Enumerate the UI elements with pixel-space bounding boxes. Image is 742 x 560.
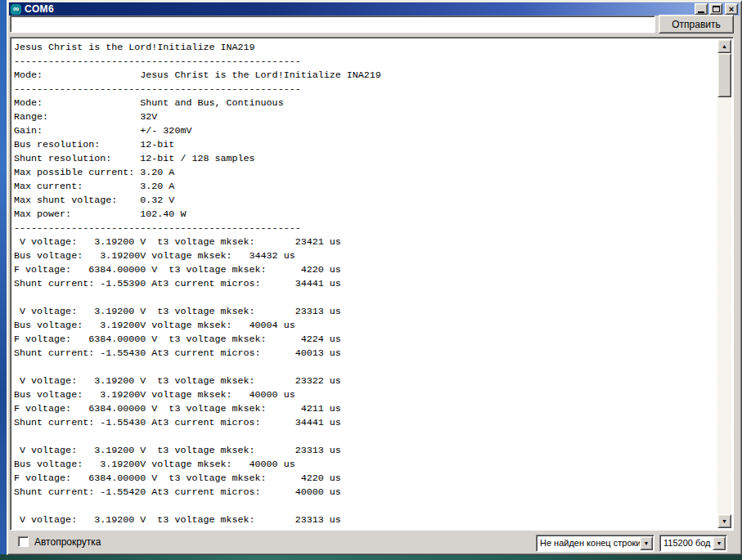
serial-monitor-window: ∞ COM6 × Отправить Jesus Christ is the L… <box>7 0 742 555</box>
serial-output-frame: Jesus Christ is the Lord!Initialize INA2… <box>10 37 734 531</box>
autoscroll-checkbox[interactable] <box>18 536 29 547</box>
line-ending-dropdown[interactable]: Не найден конец строки ▼ <box>536 535 654 552</box>
serial-send-input[interactable] <box>10 16 655 33</box>
line-ending-value: Не найден конец строки <box>540 538 641 548</box>
scroll-up-icon: ▲ <box>722 43 727 49</box>
chevron-down-icon: ▼ <box>717 540 722 546</box>
send-button[interactable]: Отправить <box>659 15 734 34</box>
scrollbar-thumb[interactable] <box>717 53 731 97</box>
serial-output-viewport[interactable]: Jesus Christ is the Lord!Initialize INA2… <box>12 39 717 528</box>
autoscroll-label: Автопрокрутка <box>34 536 101 548</box>
minimize-button[interactable] <box>695 3 708 15</box>
chevron-down-icon: ▼ <box>644 540 650 546</box>
line-ending-dropdown-button[interactable]: ▼ <box>640 536 653 550</box>
send-button-label: Отправить <box>672 19 721 30</box>
scroll-down-icon: ▼ <box>722 518 727 524</box>
desktop-background-bottom <box>0 554 742 560</box>
close-button[interactable]: × <box>725 3 738 15</box>
window-title: COM6 <box>25 3 693 15</box>
arduino-app-icon[interactable]: ∞ <box>11 4 21 15</box>
status-bar: Автопрокрутка Не найден конец строки ▼ 1… <box>10 531 739 552</box>
baud-rate-value: 115200 бод <box>663 538 711 548</box>
terminal-text: Jesus Christ is the Lord!Initialize INA2… <box>12 39 717 527</box>
maximize-button[interactable] <box>709 3 722 15</box>
close-icon: × <box>729 5 734 13</box>
desktop-background-left <box>0 0 7 560</box>
scroll-up-button[interactable]: ▲ <box>717 39 731 53</box>
vertical-scrollbar[interactable]: ▲ ▼ <box>717 39 731 528</box>
minimize-icon <box>698 7 704 13</box>
titlebar[interactable]: ∞ COM6 × <box>9 2 740 16</box>
scroll-down-button[interactable]: ▼ <box>717 514 731 528</box>
baud-rate-dropdown[interactable]: 115200 бод ▼ <box>659 535 727 552</box>
maximize-icon <box>713 6 720 12</box>
baud-dropdown-button[interactable]: ▼ <box>713 536 726 550</box>
